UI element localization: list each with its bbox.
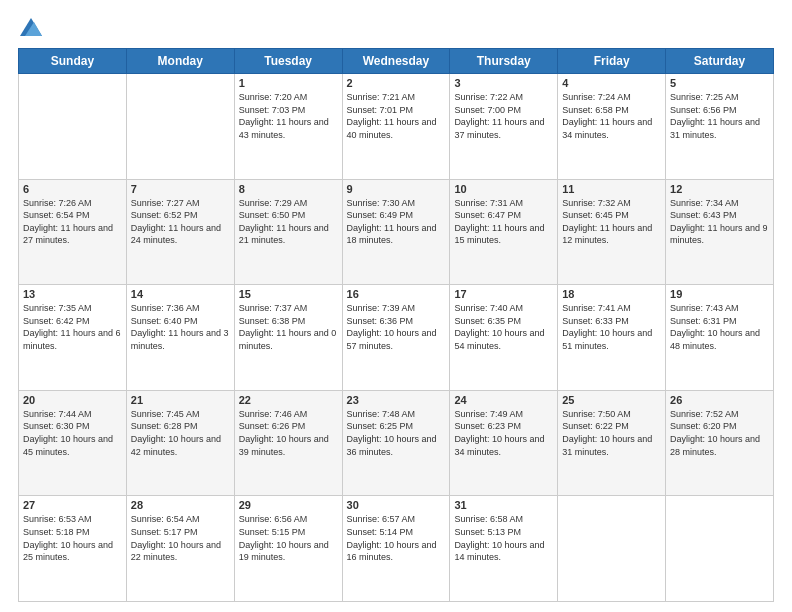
cell-content: Sunrise: 6:58 AM Sunset: 5:13 PM Dayligh… [454,513,553,563]
calendar-cell: 30Sunrise: 6:57 AM Sunset: 5:14 PM Dayli… [342,496,450,602]
cell-content: Sunrise: 7:30 AM Sunset: 6:49 PM Dayligh… [347,197,446,247]
calendar-cell: 3Sunrise: 7:22 AM Sunset: 7:00 PM Daylig… [450,74,558,180]
day-number: 5 [670,77,769,89]
calendar-cell: 18Sunrise: 7:41 AM Sunset: 6:33 PM Dayli… [558,285,666,391]
day-number: 18 [562,288,661,300]
cell-content: Sunrise: 7:25 AM Sunset: 6:56 PM Dayligh… [670,91,769,141]
cell-content: Sunrise: 7:20 AM Sunset: 7:03 PM Dayligh… [239,91,338,141]
cell-content: Sunrise: 7:48 AM Sunset: 6:25 PM Dayligh… [347,408,446,458]
calendar-cell: 24Sunrise: 7:49 AM Sunset: 6:23 PM Dayli… [450,390,558,496]
cell-content: Sunrise: 7:39 AM Sunset: 6:36 PM Dayligh… [347,302,446,352]
calendar-cell: 10Sunrise: 7:31 AM Sunset: 6:47 PM Dayli… [450,179,558,285]
day-number: 17 [454,288,553,300]
calendar-cell: 21Sunrise: 7:45 AM Sunset: 6:28 PM Dayli… [126,390,234,496]
day-number: 4 [562,77,661,89]
logo [18,18,42,38]
calendar-cell: 4Sunrise: 7:24 AM Sunset: 6:58 PM Daylig… [558,74,666,180]
cell-content: Sunrise: 7:35 AM Sunset: 6:42 PM Dayligh… [23,302,122,352]
day-number: 30 [347,499,446,511]
cell-content: Sunrise: 7:43 AM Sunset: 6:31 PM Dayligh… [670,302,769,352]
day-number: 16 [347,288,446,300]
cell-content: Sunrise: 7:29 AM Sunset: 6:50 PM Dayligh… [239,197,338,247]
calendar-cell: 2Sunrise: 7:21 AM Sunset: 7:01 PM Daylig… [342,74,450,180]
calendar-week-2: 6Sunrise: 7:26 AM Sunset: 6:54 PM Daylig… [19,179,774,285]
weekday-header-row: SundayMondayTuesdayWednesdayThursdayFrid… [19,49,774,74]
weekday-header-saturday: Saturday [666,49,774,74]
calendar-week-5: 27Sunrise: 6:53 AM Sunset: 5:18 PM Dayli… [19,496,774,602]
page-header [18,18,774,38]
calendar-cell: 23Sunrise: 7:48 AM Sunset: 6:25 PM Dayli… [342,390,450,496]
day-number: 14 [131,288,230,300]
cell-content: Sunrise: 7:49 AM Sunset: 6:23 PM Dayligh… [454,408,553,458]
day-number: 24 [454,394,553,406]
calendar-cell: 6Sunrise: 7:26 AM Sunset: 6:54 PM Daylig… [19,179,127,285]
cell-content: Sunrise: 7:44 AM Sunset: 6:30 PM Dayligh… [23,408,122,458]
cell-content: Sunrise: 6:57 AM Sunset: 5:14 PM Dayligh… [347,513,446,563]
calendar-cell: 26Sunrise: 7:52 AM Sunset: 6:20 PM Dayli… [666,390,774,496]
day-number: 28 [131,499,230,511]
weekday-header-wednesday: Wednesday [342,49,450,74]
day-number: 8 [239,183,338,195]
day-number: 23 [347,394,446,406]
calendar-cell: 8Sunrise: 7:29 AM Sunset: 6:50 PM Daylig… [234,179,342,285]
day-number: 31 [454,499,553,511]
cell-content: Sunrise: 7:24 AM Sunset: 6:58 PM Dayligh… [562,91,661,141]
day-number: 21 [131,394,230,406]
calendar-cell: 19Sunrise: 7:43 AM Sunset: 6:31 PM Dayli… [666,285,774,391]
day-number: 15 [239,288,338,300]
cell-content: Sunrise: 7:32 AM Sunset: 6:45 PM Dayligh… [562,197,661,247]
weekday-header-friday: Friday [558,49,666,74]
cell-content: Sunrise: 7:37 AM Sunset: 6:38 PM Dayligh… [239,302,338,352]
calendar-cell: 17Sunrise: 7:40 AM Sunset: 6:35 PM Dayli… [450,285,558,391]
cell-content: Sunrise: 6:56 AM Sunset: 5:15 PM Dayligh… [239,513,338,563]
cell-content: Sunrise: 6:53 AM Sunset: 5:18 PM Dayligh… [23,513,122,563]
calendar-cell: 15Sunrise: 7:37 AM Sunset: 6:38 PM Dayli… [234,285,342,391]
day-number: 7 [131,183,230,195]
day-number: 22 [239,394,338,406]
calendar-cell: 13Sunrise: 7:35 AM Sunset: 6:42 PM Dayli… [19,285,127,391]
cell-content: Sunrise: 7:45 AM Sunset: 6:28 PM Dayligh… [131,408,230,458]
day-number: 26 [670,394,769,406]
calendar-cell: 12Sunrise: 7:34 AM Sunset: 6:43 PM Dayli… [666,179,774,285]
calendar-cell: 27Sunrise: 6:53 AM Sunset: 5:18 PM Dayli… [19,496,127,602]
cell-content: Sunrise: 7:40 AM Sunset: 6:35 PM Dayligh… [454,302,553,352]
day-number: 25 [562,394,661,406]
cell-content: Sunrise: 6:54 AM Sunset: 5:17 PM Dayligh… [131,513,230,563]
calendar-table: SundayMondayTuesdayWednesdayThursdayFrid… [18,48,774,602]
cell-content: Sunrise: 7:36 AM Sunset: 6:40 PM Dayligh… [131,302,230,352]
cell-content: Sunrise: 7:52 AM Sunset: 6:20 PM Dayligh… [670,408,769,458]
calendar-cell [19,74,127,180]
logo-icon [20,18,42,36]
day-number: 6 [23,183,122,195]
day-number: 2 [347,77,446,89]
calendar-cell: 1Sunrise: 7:20 AM Sunset: 7:03 PM Daylig… [234,74,342,180]
day-number: 20 [23,394,122,406]
cell-content: Sunrise: 7:34 AM Sunset: 6:43 PM Dayligh… [670,197,769,247]
day-number: 11 [562,183,661,195]
day-number: 1 [239,77,338,89]
cell-content: Sunrise: 7:50 AM Sunset: 6:22 PM Dayligh… [562,408,661,458]
calendar-cell [126,74,234,180]
calendar-cell: 29Sunrise: 6:56 AM Sunset: 5:15 PM Dayli… [234,496,342,602]
calendar-week-3: 13Sunrise: 7:35 AM Sunset: 6:42 PM Dayli… [19,285,774,391]
weekday-header-tuesday: Tuesday [234,49,342,74]
cell-content: Sunrise: 7:21 AM Sunset: 7:01 PM Dayligh… [347,91,446,141]
cell-content: Sunrise: 7:31 AM Sunset: 6:47 PM Dayligh… [454,197,553,247]
weekday-header-sunday: Sunday [19,49,127,74]
calendar-cell: 20Sunrise: 7:44 AM Sunset: 6:30 PM Dayli… [19,390,127,496]
day-number: 9 [347,183,446,195]
weekday-header-thursday: Thursday [450,49,558,74]
day-number: 19 [670,288,769,300]
calendar-cell: 5Sunrise: 7:25 AM Sunset: 6:56 PM Daylig… [666,74,774,180]
day-number: 13 [23,288,122,300]
calendar-week-4: 20Sunrise: 7:44 AM Sunset: 6:30 PM Dayli… [19,390,774,496]
day-number: 10 [454,183,553,195]
calendar-cell: 11Sunrise: 7:32 AM Sunset: 6:45 PM Dayli… [558,179,666,285]
day-number: 3 [454,77,553,89]
cell-content: Sunrise: 7:41 AM Sunset: 6:33 PM Dayligh… [562,302,661,352]
cell-content: Sunrise: 7:22 AM Sunset: 7:00 PM Dayligh… [454,91,553,141]
calendar-cell: 31Sunrise: 6:58 AM Sunset: 5:13 PM Dayli… [450,496,558,602]
calendar-cell: 22Sunrise: 7:46 AM Sunset: 6:26 PM Dayli… [234,390,342,496]
calendar-cell: 7Sunrise: 7:27 AM Sunset: 6:52 PM Daylig… [126,179,234,285]
calendar-cell: 16Sunrise: 7:39 AM Sunset: 6:36 PM Dayli… [342,285,450,391]
